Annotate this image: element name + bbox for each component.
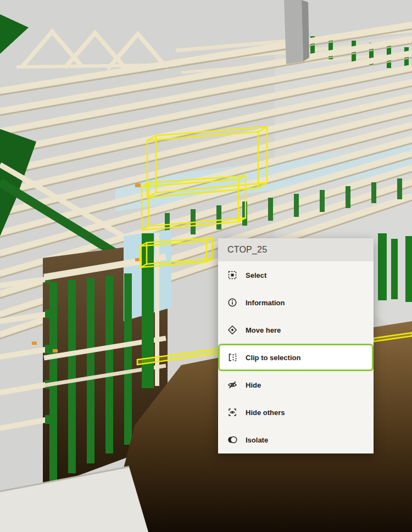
context-menu-title: CTOP_25: [218, 238, 374, 261]
menu-item-isolate[interactable]: Isolate: [218, 426, 374, 453]
menu-item-label: Clip to selection: [246, 354, 300, 362]
move-here-icon: [227, 325, 237, 335]
hide-eye-off-icon: [227, 380, 237, 390]
menu-item-hide-others[interactable]: Hide others: [218, 399, 374, 426]
menu-item-label: Information: [246, 299, 285, 307]
select-icon: [227, 270, 237, 280]
menu-item-select[interactable]: Select: [218, 261, 374, 289]
viewer-stage: CTOP_25 Select Information: [0, 0, 412, 532]
menu-item-label: Hide: [246, 381, 261, 389]
menu-item-move-here[interactable]: Move here: [218, 316, 374, 344]
chimney: [284, 0, 309, 64]
context-menu: CTOP_25 Select Information: [218, 238, 374, 453]
menu-item-clip-to-selection[interactable]: Clip to selection: [218, 344, 374, 371]
menu-item-label: Select: [246, 271, 266, 279]
menu-item-label: Hide others: [246, 408, 285, 417]
menu-item-information[interactable]: Information: [218, 289, 374, 316]
right-wall-studs: [378, 233, 412, 302]
menu-item-label: Isolate: [246, 436, 268, 444]
center-column: [142, 233, 159, 388]
menu-item-hide[interactable]: Hide: [218, 371, 374, 399]
menu-item-label: Move here: [246, 326, 281, 334]
hide-others-icon: [227, 407, 237, 417]
info-icon: [227, 298, 237, 307]
clip-to-selection-icon: [227, 352, 237, 362]
isolate-icon: [227, 435, 237, 445]
